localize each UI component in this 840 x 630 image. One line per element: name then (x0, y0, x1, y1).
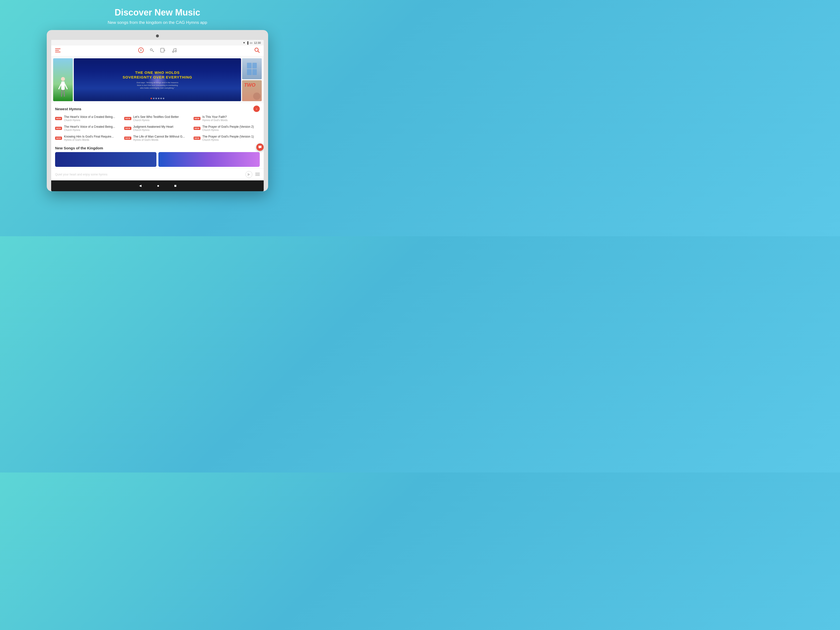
app-header (51, 46, 264, 56)
battery-icon (249, 41, 253, 44)
status-bar: 12:30 (51, 40, 264, 46)
song-category-3: Hymns of God's Words (202, 119, 260, 122)
song-info-8: The Life of Man Cannot Be Without G... H… (133, 135, 191, 141)
song-title-1: The Heart's Voice of a Created Being... (64, 115, 121, 119)
song-item-3[interactable]: NEW Is This Your Faith? Hymns of God's W… (194, 114, 260, 123)
new-badge-3: NEW (194, 117, 201, 120)
page-header: Discover New Music New songs from the ki… (108, 0, 207, 30)
song-title-7: Knowing Him Is God's Final Require... (64, 135, 121, 138)
new-badge-5: NEW (124, 127, 131, 130)
newest-hymns-title: Newest Hymns (55, 107, 81, 111)
new-badge-8: NEW (124, 136, 131, 140)
page-title: Discover New Music (108, 7, 207, 18)
banner-right-bottom: TWO (242, 80, 262, 101)
song-item-5[interactable]: NEW Judgment Awakened My Heart Church Hy… (124, 124, 190, 133)
player-bar: Quiet your heart and enjoy some hymns (51, 168, 264, 180)
song-category-6: Church Hymns (202, 129, 260, 131)
tablet-frame: 12:30 (47, 30, 268, 191)
svg-line-19 (62, 90, 62, 96)
svg-marker-5 (141, 50, 141, 52)
search-icon[interactable] (254, 47, 260, 54)
person-figure (58, 75, 68, 100)
banner-dot-2 (153, 98, 155, 99)
svg-rect-2 (55, 52, 60, 52)
new-badge-9: NEW (194, 136, 201, 140)
banner-dot-6 (163, 98, 164, 99)
android-recent-button[interactable]: ■ (174, 184, 177, 188)
nav-icon-music[interactable] (172, 48, 177, 54)
song-item-7[interactable]: NEW Knowing Him Is God's Final Require..… (55, 134, 121, 142)
new-badge-2: NEW (124, 117, 131, 120)
banner-dot-4 (158, 98, 159, 99)
svg-marker-10 (164, 49, 166, 51)
song-item-6[interactable]: NEW The Prayer of God's People (Version … (194, 124, 260, 133)
kingdom-section: New Songs of the Kingdom (51, 144, 264, 168)
song-list: NEW The Heart's Voice of a Created Being… (55, 114, 260, 142)
svg-point-6 (150, 49, 152, 51)
banner-dot-1 (150, 98, 152, 99)
song-info-7: Knowing Him Is God's Final Require... Hy… (64, 135, 121, 141)
kingdom-banner-1[interactable] (55, 152, 156, 167)
menu-icon[interactable] (55, 48, 60, 54)
song-info-2: Let's See Who Testifies God Better Churc… (133, 115, 191, 122)
song-item-4[interactable]: NEW The Heart's Voice of a Created Being… (55, 124, 121, 133)
nav-icon-compass[interactable] (138, 47, 144, 54)
wifi-icon (243, 41, 245, 44)
newest-hymns-more-button[interactable]: › (253, 106, 260, 112)
player-list-button[interactable] (255, 172, 260, 177)
song-category-1: Church Hymns (64, 119, 121, 122)
banner-main[interactable]: THE ONE WHO HOLDSSOVEREIGNTY OVER EVERYT… (74, 58, 241, 101)
song-info-3: Is This Your Faith? Hymns of God's Words (202, 115, 260, 122)
song-title-9: The Prayer of God's People (Version 1) (202, 135, 260, 138)
newest-hymns-section: Newest Hymns › NEW The Heart's Voice of … (51, 103, 264, 144)
comment-button[interactable] (256, 144, 264, 151)
song-item-8[interactable]: NEW The Life of Man Cannot Be Without G.… (124, 134, 190, 142)
kingdom-banner-2[interactable] (158, 152, 260, 167)
banner-right: TWO (242, 58, 262, 101)
android-home-button[interactable]: ● (157, 184, 159, 188)
banner-right-text: TWO (244, 82, 256, 88)
song-category-4: Church Hymns (64, 129, 121, 131)
song-item-1[interactable]: NEW The Heart's Voice of a Created Being… (55, 114, 121, 123)
svg-rect-16 (61, 81, 65, 90)
svg-rect-0 (55, 49, 60, 49)
song-title-6: The Prayer of God's People (Version 2) (202, 125, 260, 128)
svg-line-18 (65, 84, 67, 89)
svg-line-20 (64, 90, 65, 96)
song-category-8: Hymns of God's Words (133, 139, 191, 141)
song-info-6: The Prayer of God's People (Version 2) C… (202, 125, 260, 131)
svg-line-14 (258, 51, 259, 53)
tablet-screen: 12:30 (51, 40, 264, 191)
song-title-8: The Life of Man Cannot Be Without G... (133, 135, 191, 138)
song-item-2[interactable]: NEW Let's See Who Testifies God Better C… (124, 114, 190, 123)
banner-dots (150, 98, 164, 99)
player-play-button[interactable] (245, 171, 253, 178)
song-info-9: The Prayer of God's People (Version 1) C… (202, 135, 260, 141)
new-badge-7: NEW (55, 136, 62, 140)
song-item-9[interactable]: NEW The Prayer of God's People (Version … (194, 134, 260, 142)
banner-main-title: THE ONE WHO HOLDSSOVEREIGNTY OVER EVERYT… (123, 70, 193, 80)
android-back-button[interactable]: ◄ (138, 184, 142, 188)
svg-point-15 (61, 77, 65, 81)
new-badge-4: NEW (55, 127, 62, 130)
newest-hymns-header: Newest Hymns › (55, 106, 260, 112)
nav-icon-video[interactable] (160, 48, 166, 54)
song-title-3: Is This Your Faith? (202, 115, 260, 119)
android-nav-bar: ◄ ● ■ (51, 180, 264, 191)
svg-line-17 (59, 84, 61, 89)
song-category-7: Hymns of God's Words (64, 139, 121, 141)
page-subtitle: New songs from the kingdom on the CAG Hy… (108, 20, 207, 25)
song-category-2: Church Hymns (133, 119, 191, 122)
svg-rect-1 (55, 50, 59, 51)
nav-icon-key[interactable] (150, 48, 155, 54)
player-placeholder-text: Quiet your heart and enjoy some hymns (55, 173, 243, 176)
song-info-1: The Heart's Voice of a Created Being... … (64, 115, 121, 122)
banner-dot-3 (155, 98, 157, 99)
banner-area: THE ONE WHO HOLDSSOVEREIGNTY OVER EVERYT… (51, 56, 264, 103)
status-time: 12:30 (254, 41, 261, 44)
banner-dot-5 (160, 98, 162, 99)
svg-point-13 (255, 48, 258, 51)
svg-point-11 (172, 51, 174, 52)
song-info-4: The Heart's Voice of a Created Being... … (64, 125, 121, 131)
song-title-5: Judgment Awakened My Heart (133, 125, 191, 128)
